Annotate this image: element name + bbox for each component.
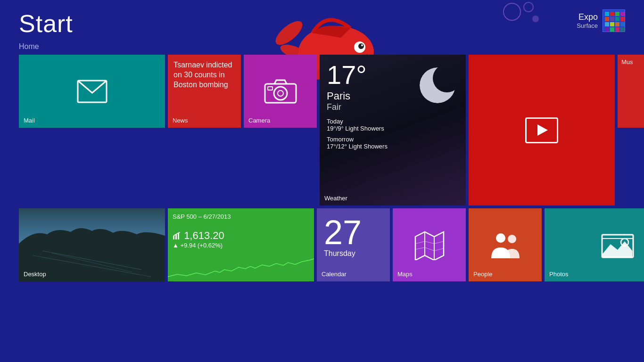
svg-point-33 (420, 67, 455, 103)
tile-mail[interactable]: Mail (19, 55, 165, 128)
svg-rect-20 (615, 22, 619, 26)
stocks-change: ▲ +9.94 (+0.62%) (173, 242, 309, 249)
tile-photos[interactable]: Photos (545, 208, 644, 281)
tile-people[interactable]: People (469, 208, 542, 281)
svg-line-46 (425, 241, 434, 244)
calendar-label: Calendar (322, 271, 347, 278)
svg-point-29 (278, 90, 283, 96)
forecast-tomorrow: Tomorrow 17°/12° Light Showers (327, 136, 459, 150)
home-label: Home (0, 38, 644, 55)
forecast-today: Today 19°/9° Light Showers (327, 118, 459, 132)
device-name: Surface (577, 22, 598, 29)
maps-label: Maps (397, 271, 413, 278)
svg-rect-19 (610, 22, 614, 26)
camera-label: Camera (248, 117, 270, 124)
header: Start Expo Surface (0, 0, 644, 38)
tile-news[interactable]: Tsarnaev indicted on 30 counts in Boston… (168, 55, 241, 128)
svg-point-50 (496, 233, 505, 243)
svg-rect-11 (610, 12, 614, 16)
svg-point-28 (274, 87, 287, 100)
stocks-chart-line (168, 253, 314, 281)
svg-rect-39 (173, 236, 174, 239)
svg-line-44 (415, 241, 425, 244)
tile-desktop[interactable]: Desktop (19, 208, 165, 281)
svg-rect-24 (615, 27, 619, 32)
desktop-label: Desktop (24, 271, 46, 278)
stocks-title: S&P 500 – 6/27/2013 (173, 213, 309, 220)
news-headline: Tsarnaev indicted on 30 counts in Boston… (168, 55, 241, 95)
maps-icon (413, 230, 446, 260)
photos-icon (601, 231, 634, 259)
svg-rect-16 (615, 17, 619, 21)
calendar-dayname: Thursday (324, 249, 383, 258)
svg-rect-12 (615, 12, 619, 16)
tile-music[interactable]: Mus (618, 55, 644, 128)
svg-rect-15 (610, 17, 614, 21)
mail-label: Mail (24, 117, 35, 124)
tile-video[interactable] (469, 55, 615, 206)
weather-label: Weather (324, 195, 347, 202)
mail-icon (77, 80, 107, 103)
stocks-value: 1,613.20 (173, 230, 309, 242)
svg-line-45 (415, 247, 425, 249)
tiles-container: Mail Tsarnaev indicted on 30 counts in B… (0, 55, 644, 281)
news-label: News (173, 117, 188, 124)
tiles-row-1: Mail Tsarnaev indicted on 30 counts in B… (19, 55, 625, 206)
page-title: Start (19, 9, 73, 38)
svg-rect-23 (610, 27, 614, 32)
svg-rect-13 (620, 12, 625, 16)
tile-stocks[interactable]: S&P 500 – 6/27/2013 1,613.20 ▲ +9.94 (+0… (168, 208, 314, 281)
svg-rect-10 (605, 12, 609, 16)
weather-forecast: Today 19°/9° Light Showers Tomorrow 17°/… (327, 118, 459, 150)
svg-rect-40 (175, 234, 177, 239)
tile-camera[interactable]: Camera (244, 55, 317, 128)
svg-line-47 (425, 247, 434, 251)
user-name: Expo (577, 12, 598, 22)
svg-rect-25 (620, 27, 625, 32)
play-triangle (537, 124, 548, 136)
tile-weather[interactable]: 17° Paris Fair Today 1 (320, 55, 466, 206)
camera-icon (264, 78, 297, 105)
play-icon (525, 117, 558, 143)
music-label: Mus (618, 55, 644, 69)
tiles-row-2: Desktop S&P 500 – 6/27/2013 1,613.20 ▲ +… (19, 208, 625, 281)
svg-rect-17 (620, 17, 625, 21)
user-info[interactable]: Expo Surface (577, 9, 625, 32)
people-icon (487, 231, 523, 259)
calendar-day: 27 (324, 215, 383, 249)
photos-label: Photos (549, 271, 568, 278)
svg-rect-22 (605, 27, 609, 32)
people-label: People (473, 271, 492, 278)
stocks-chart-icon (173, 232, 181, 240)
svg-rect-41 (178, 233, 179, 239)
svg-rect-14 (605, 17, 609, 21)
svg-line-48 (434, 241, 444, 244)
svg-rect-18 (605, 22, 609, 26)
weather-moon-icon (416, 64, 459, 108)
tile-calendar[interactable]: 27 Thursday Calendar (317, 208, 390, 281)
avatar[interactable] (603, 9, 625, 32)
tile-maps[interactable]: Maps (393, 208, 466, 281)
svg-rect-21 (620, 22, 625, 26)
svg-rect-30 (268, 87, 272, 90)
svg-point-51 (508, 235, 516, 243)
svg-line-49 (434, 248, 444, 251)
